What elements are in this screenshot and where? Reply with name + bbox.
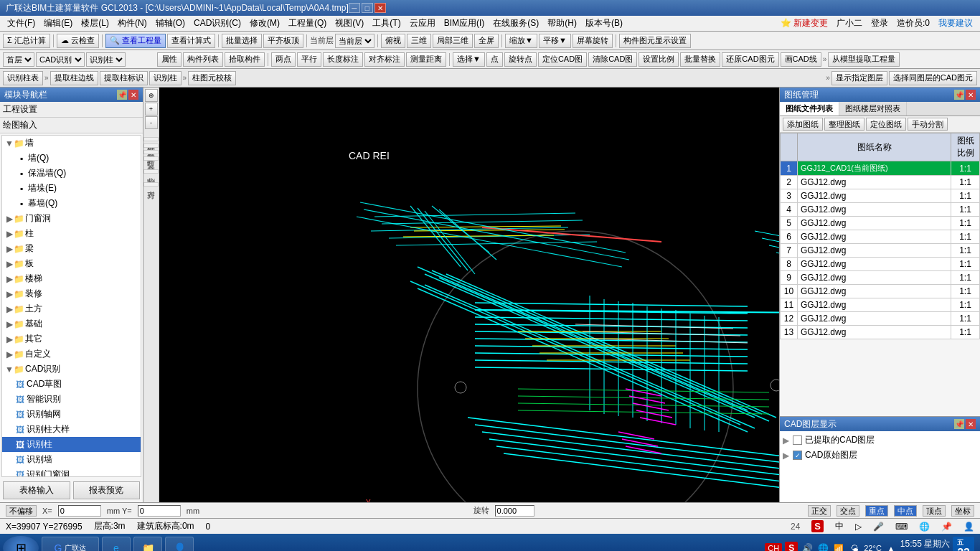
btn-vertex[interactable]: 顶点 bbox=[923, 505, 946, 517]
menu-file[interactable]: 文件(F) bbox=[3, 16, 39, 31]
btn-key-point[interactable]: 重点 bbox=[865, 505, 888, 517]
btn-two-points[interactable]: 两点 bbox=[271, 52, 296, 67]
menu-suggest[interactable]: 我要建议 bbox=[934, 16, 977, 31]
layer-checkbox-original[interactable]: ✓ bbox=[793, 451, 802, 460]
menu-modify[interactable]: 修改(M) bbox=[245, 16, 284, 31]
btn-rotate[interactable]: 屏幕旋转 bbox=[573, 34, 613, 48]
btn-align-mark[interactable]: 对齐标注 bbox=[364, 52, 405, 67]
vt-align[interactable]: 对齐 bbox=[143, 182, 159, 187]
vt-break[interactable]: 打断 bbox=[143, 150, 159, 154]
right-panel-pin[interactable]: 📌 bbox=[954, 90, 964, 100]
floor-select[interactable]: 当前层 bbox=[335, 34, 374, 48]
btn-zoom[interactable]: 缩放▼ bbox=[505, 34, 537, 48]
btn-manual-split[interactable]: 手动分割 bbox=[908, 118, 948, 131]
btn-no-offset[interactable]: 不偏移 bbox=[6, 505, 37, 517]
btn-align-slab[interactable]: 平齐板顶 bbox=[263, 34, 303, 48]
btn-comp-list[interactable]: 构件列表 bbox=[183, 52, 223, 67]
menu-quantity[interactable]: 工程量(Q) bbox=[284, 16, 331, 31]
more-btn1[interactable]: » bbox=[823, 55, 827, 63]
vt-extend[interactable]: 延伸 bbox=[143, 137, 159, 141]
menu-assistant[interactable]: 广小二 bbox=[832, 16, 867, 31]
tree-item-id-door[interactable]: 🖼识别门窗洞 bbox=[2, 467, 141, 477]
tree-item-beam[interactable]: ▶📁梁 bbox=[2, 241, 141, 256]
taskbar-item-folder[interactable]: 📁 bbox=[133, 537, 162, 551]
tree-item-wall-q[interactable]: ▪墙(Q) bbox=[2, 151, 141, 166]
menu-view[interactable]: 视图(V) bbox=[331, 16, 368, 31]
tree-item-door-window[interactable]: ▶📁门窗洞 bbox=[2, 211, 141, 226]
tree-item-id-col-detail[interactable]: 🖼识别柱大样 bbox=[2, 422, 141, 437]
menu-online[interactable]: 在线服务(S) bbox=[489, 16, 543, 31]
menu-cloud[interactable]: 云应用 bbox=[405, 16, 440, 31]
tree-item-cad-draft[interactable]: 🖼CAD草图 bbox=[2, 377, 141, 392]
id-col-select[interactable]: 识别柱 bbox=[86, 52, 126, 67]
btn-pick-comp[interactable]: 拾取构件 bbox=[225, 52, 265, 67]
btn-display-settings[interactable]: 构件图元显示设置 bbox=[619, 34, 691, 48]
menu-version[interactable]: 版本号(B) bbox=[581, 16, 627, 31]
btn-show-layer[interactable]: 显示指定图层 bbox=[831, 71, 887, 85]
btn-parallel[interactable]: 平行 bbox=[297, 52, 321, 67]
rotate-input[interactable] bbox=[495, 505, 534, 517]
tree-item-id-col-sel[interactable]: 🖼识别柱 bbox=[2, 437, 141, 452]
tree-item-custom[interactable]: ▶📁自定义 bbox=[2, 347, 141, 362]
btn-length-mark[interactable]: 长度标注 bbox=[323, 52, 363, 67]
btn-rotate-point[interactable]: 旋转点 bbox=[504, 52, 537, 67]
maximize-button[interactable]: □ bbox=[362, 3, 373, 13]
tray-s[interactable]: S bbox=[785, 542, 798, 551]
tab-file-list[interactable]: 图纸文件列表 bbox=[780, 102, 839, 116]
tree-item-col[interactable]: ▶📁柱 bbox=[2, 226, 141, 241]
menu-bim[interactable]: BIM应用(I) bbox=[440, 16, 489, 31]
layer-item-extracted[interactable]: ▶ 已提取的CAD图层 bbox=[783, 433, 977, 448]
menu-edit[interactable]: 编辑(E) bbox=[39, 16, 77, 31]
vbtn-2[interactable]: - bbox=[145, 116, 158, 129]
btn-add-drawing[interactable]: 添加图纸 bbox=[783, 118, 823, 131]
tree-item-smart-id[interactable]: 🖼智能识别 bbox=[2, 392, 141, 407]
table-row[interactable]: 13 GGJ12.dwg 1:1 bbox=[781, 326, 980, 339]
btn-measure-dist[interactable]: 测量距离 bbox=[406, 52, 446, 67]
tree-item-stair[interactable]: ▶📁楼梯 bbox=[2, 271, 141, 286]
btn-extract-from-model[interactable]: 从模型提取工程量 bbox=[828, 52, 900, 67]
btn-plan[interactable]: 俯视 bbox=[381, 34, 405, 48]
layer-item-original[interactable]: ▶ ✓ CAD原始图层 bbox=[783, 448, 977, 463]
tray-more[interactable]: ▲ bbox=[885, 542, 897, 551]
btn-midpoint[interactable]: 中点 bbox=[894, 505, 917, 517]
btn-sum[interactable]: Σ 汇总计算 bbox=[3, 34, 50, 48]
btn-locate-drawing[interactable]: 定位图纸 bbox=[866, 118, 906, 131]
menu-aux-axis[interactable]: 辅轴(O) bbox=[151, 16, 189, 31]
table-row[interactable]: 6 GGJ12.dwg 1:1 bbox=[781, 230, 980, 244]
btn-locate-cad[interactable]: 定位CAD图 bbox=[538, 52, 587, 67]
start-button[interactable]: ⊞ bbox=[3, 536, 39, 551]
y-input[interactable] bbox=[138, 505, 181, 517]
btn-identify-col[interactable]: 识别柱 bbox=[149, 71, 182, 85]
btn-extract-col-edge[interactable]: 提取柱边线 bbox=[50, 71, 98, 85]
btn-property[interactable]: 属性 bbox=[157, 52, 182, 67]
table-row[interactable]: 4 GGJ12.dwg 1:1 bbox=[781, 203, 980, 217]
tree-item-wall-pillar[interactable]: ▪墙垛(E) bbox=[2, 181, 141, 196]
btn-fullscreen[interactable]: 全屏 bbox=[474, 34, 499, 48]
menu-help[interactable]: 帮助(H) bbox=[543, 16, 581, 31]
nav-section-project[interactable]: 工程设置 bbox=[0, 102, 143, 118]
btn-point[interactable]: 点 bbox=[486, 52, 503, 67]
tree-item-slab[interactable]: ▶📁板 bbox=[2, 256, 141, 271]
btn-coord[interactable]: 坐标 bbox=[951, 505, 974, 517]
tree-item-earth[interactable]: ▶📁土方 bbox=[2, 301, 141, 316]
taskbar-item-gcl[interactable]: G 广联达 bbox=[42, 537, 99, 551]
btn-pan[interactable]: 平移▼ bbox=[539, 34, 571, 48]
expand-btn1[interactable]: » bbox=[44, 74, 49, 82]
table-row[interactable]: 8 GGJ12.dwg 1:1 bbox=[781, 258, 980, 271]
x-input[interactable] bbox=[58, 505, 101, 517]
btn-batch-select[interactable]: 批量选择 bbox=[222, 34, 262, 48]
table-row[interactable]: 5 GGJ12.dwg 1:1 bbox=[781, 217, 980, 230]
tree-item-id-axis[interactable]: 🖼识别轴网 bbox=[2, 407, 141, 422]
btn-organize-drawing[interactable]: 整理图纸 bbox=[824, 118, 864, 131]
btn-ortho[interactable]: 正交 bbox=[808, 505, 831, 517]
tree-item-id-wall[interactable]: 🖼识别墙 bbox=[2, 452, 141, 467]
vbtn-snap[interactable]: ⊕ bbox=[145, 89, 158, 102]
menu-price[interactable]: 造价员:0 bbox=[892, 16, 934, 31]
menu-login[interactable]: 登录 bbox=[867, 16, 892, 31]
tree-item-foundation[interactable]: ▶📁基础 bbox=[2, 316, 141, 331]
minimize-button[interactable]: ─ bbox=[349, 3, 360, 13]
vt-split[interactable]: 分割 bbox=[143, 169, 159, 174]
layer-panel-close[interactable]: ✕ bbox=[966, 419, 976, 429]
nav-panel-close[interactable]: ✕ bbox=[128, 90, 138, 100]
close-button[interactable]: ✕ bbox=[374, 3, 386, 13]
